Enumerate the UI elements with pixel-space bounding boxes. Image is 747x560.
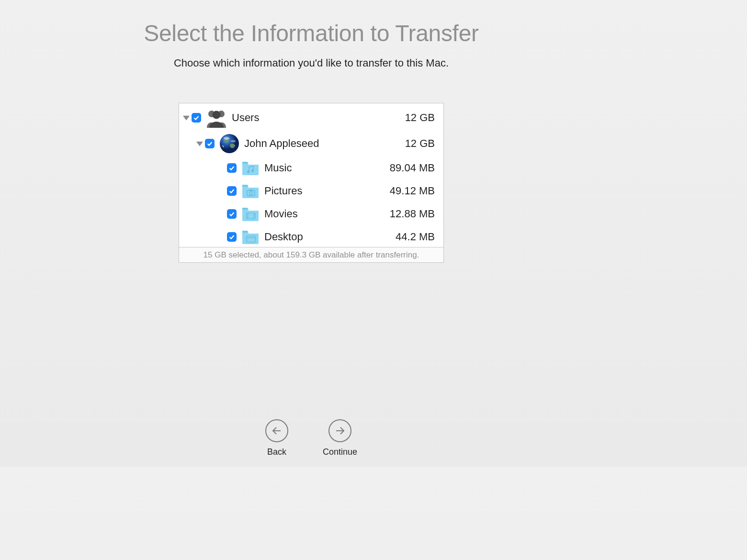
tree-row-desktop[interactable]: Desktop 44.2 MB <box>179 225 443 247</box>
movies-folder-icon <box>241 206 260 222</box>
svg-rect-18 <box>254 215 255 216</box>
checkbox-desktop[interactable] <box>227 232 237 242</box>
tree-label: Movies <box>264 208 390 220</box>
svg-point-6 <box>224 137 229 140</box>
tree-row-pictures[interactable]: Pictures 49.12 MB <box>179 179 443 202</box>
svg-marker-4 <box>196 142 203 146</box>
svg-rect-17 <box>254 214 255 215</box>
svg-rect-15 <box>248 215 249 216</box>
status-text: 15 GB selected, about 159.3 GB available… <box>204 250 419 260</box>
svg-point-5 <box>220 134 239 153</box>
page-title: Select the Information to Transfer <box>144 20 479 46</box>
tree-size: 12 GB <box>405 137 435 150</box>
checkbox-movies[interactable] <box>227 209 237 219</box>
back-label: Back <box>267 447 286 457</box>
tree-size: 12 GB <box>405 112 435 124</box>
desktop-folder-icon <box>241 229 260 245</box>
back-arrow-icon <box>265 419 288 442</box>
forward-arrow-icon <box>328 419 351 442</box>
tree-size: 44.2 MB <box>396 231 435 243</box>
svg-marker-0 <box>183 115 190 120</box>
footer-nav: Back Continue <box>0 419 622 457</box>
svg-point-3 <box>213 111 221 119</box>
continue-button[interactable]: Continue <box>323 419 357 457</box>
tree-label: Desktop <box>264 231 396 243</box>
earth-avatar-icon <box>219 134 239 154</box>
music-folder-icon <box>241 160 260 176</box>
svg-point-7 <box>231 140 236 143</box>
svg-rect-16 <box>248 217 249 218</box>
svg-rect-19 <box>254 217 255 218</box>
migration-assistant-window: Select the Information to Transfer Choos… <box>0 0 622 467</box>
status-bar: 15 GB selected, about 159.3 GB available… <box>179 247 443 262</box>
tree-size: 12.88 MB <box>390 208 435 220</box>
disclosure-triangle[interactable] <box>183 114 190 121</box>
tree-size: 89.04 MB <box>390 162 435 174</box>
pictures-folder-icon <box>241 183 260 199</box>
svg-point-8 <box>247 171 249 173</box>
tree-row-movies[interactable]: Movies 12.88 MB <box>179 202 443 225</box>
tree-label: Users <box>232 112 405 124</box>
page-subtitle: Choose which information you'd like to t… <box>174 57 449 69</box>
disclosure-triangle[interactable] <box>196 140 203 147</box>
selection-tree[interactable]: Users 12 GB <box>179 103 443 247</box>
tree-label: Pictures <box>264 185 390 197</box>
svg-rect-14 <box>248 214 249 215</box>
tree-row-music[interactable]: Music 89.04 MB <box>179 157 443 179</box>
tree-row-users[interactable]: Users 12 GB <box>179 104 443 131</box>
tree-label: John Appleseed <box>244 137 405 150</box>
checkbox-users[interactable] <box>192 113 201 123</box>
checkbox-pictures[interactable] <box>227 186 237 196</box>
svg-point-9 <box>251 170 254 172</box>
users-group-icon <box>206 108 227 128</box>
tree-size: 49.12 MB <box>390 185 435 197</box>
checkbox-user[interactable] <box>205 139 215 148</box>
checkbox-music[interactable] <box>227 163 237 173</box>
tree-label: Music <box>264 162 390 174</box>
tree-row-user[interactable]: John Appleseed 12 GB <box>179 131 443 157</box>
continue-label: Continue <box>323 447 357 457</box>
svg-rect-12 <box>249 190 252 191</box>
back-button[interactable]: Back <box>265 419 288 457</box>
selection-panel: Users 12 GB <box>179 103 444 263</box>
